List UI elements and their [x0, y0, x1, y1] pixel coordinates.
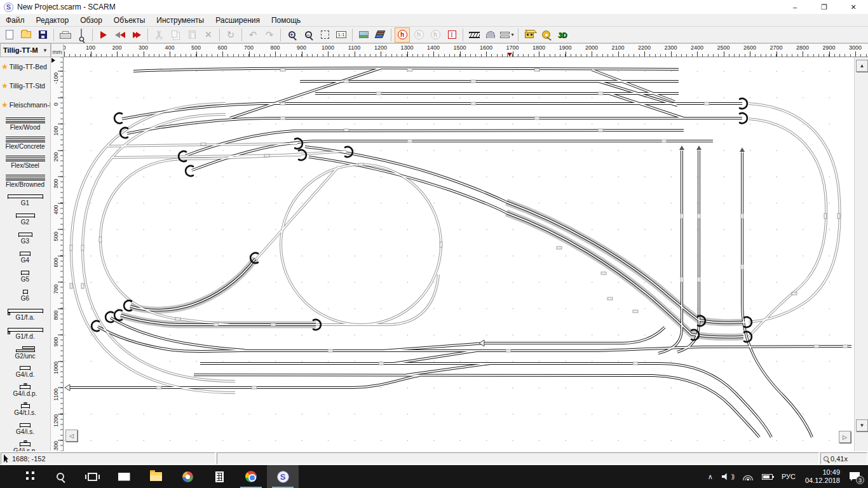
track-item-g1[interactable]: G1 — [0, 191, 50, 210]
track-piece-icon — [6, 175, 45, 180]
scroll-up-button[interactable]: ▲ — [856, 60, 868, 72]
track-item-g4[interactable]: G4 — [0, 248, 50, 267]
heights-button[interactable]: h — [395, 27, 410, 43]
clock[interactable]: 10:49 04.12.2018 — [805, 468, 840, 485]
vertical-ruler: -100010020030040050060070080090010001100… — [51, 57, 64, 451]
menu-1[interactable]: Файл — [0, 15, 31, 26]
bridge-button[interactable] — [466, 27, 482, 43]
track-item-g4-i-s-[interactable]: G4/i.s. — [0, 419, 50, 438]
mail-app-button[interactable] — [108, 465, 140, 488]
cut-button[interactable] — [151, 27, 166, 43]
track-piece-icon — [21, 404, 30, 409]
vertical-scrollbar[interactable]: ▲ ▼ — [854, 57, 868, 451]
track-piece-icon — [6, 137, 45, 142]
measure-button[interactable] — [538, 27, 553, 43]
menu-4[interactable]: Объекты — [108, 15, 151, 26]
rotate-button[interactable]: ↻ — [223, 27, 238, 43]
undo-button[interactable]: ↶ — [245, 27, 261, 43]
chrome-app-button[interactable] — [235, 465, 267, 488]
track-item-g4-t-l-s-[interactable]: G4/t.l.s. — [0, 400, 50, 419]
menu-3[interactable]: Обзор — [74, 15, 108, 26]
scroll-left-button[interactable]: ◁ — [65, 430, 78, 442]
battery-icon[interactable] — [762, 474, 773, 480]
layers-button[interactable] — [372, 27, 388, 43]
library-favorite-item[interactable]: ★Tillig-TT-Bed — [0, 57, 50, 76]
objects-button[interactable] — [522, 27, 537, 43]
track-item-g4-i-d-[interactable]: G4/i.d. — [0, 362, 50, 381]
file-explorer-button[interactable] — [140, 465, 172, 488]
back-button[interactable] — [112, 27, 128, 43]
menu-2[interactable]: Редактор — [31, 15, 75, 26]
library-favorite-item[interactable]: ★Fleischmann-N — [0, 95, 50, 114]
track-item-g2-unc[interactable]: G2/unc — [0, 343, 50, 362]
paint-app-button[interactable] — [172, 465, 203, 488]
scroll-down-button[interactable]: ▼ — [856, 419, 868, 431]
print-button[interactable] — [57, 27, 72, 43]
layout-canvas[interactable]: ◁ ▷ — [64, 57, 854, 451]
surfaces-button[interactable]: ▾ — [499, 27, 515, 43]
track-item-flex-concrete[interactable]: Flex/Concrete — [0, 133, 50, 152]
menu-5[interactable]: Инструменты — [151, 15, 210, 26]
h-ruler-label: 1200 — [374, 44, 387, 51]
menu-6[interactable]: Расширения — [210, 15, 266, 26]
dropdown-arrow-icon[interactable]: ▾ — [511, 32, 513, 37]
track-item-flex-steel[interactable]: Flex/Steel — [0, 152, 50, 172]
background-image-button[interactable] — [356, 27, 371, 43]
maximize-button[interactable]: ❐ — [810, 0, 839, 14]
track-label: G6 — [21, 295, 29, 302]
zoom-1-1-button[interactable]: 1:1 — [334, 27, 349, 43]
library-favorite-item[interactable]: ★Tillig-TT-Std — [0, 76, 50, 95]
track-item-flex-browned[interactable]: Flex/Browned — [0, 172, 50, 191]
toolbar-separator — [92, 29, 93, 41]
track-item-flex-wood[interactable]: Flex/Wood — [0, 114, 50, 133]
delete-button[interactable]: ✕ — [201, 27, 216, 43]
track-item-g1-f-a-[interactable]: G1/f.a. — [0, 305, 50, 324]
track-item-g6[interactable]: G6 — [0, 286, 50, 305]
search-button[interactable] — [44, 465, 76, 488]
redo-button[interactable]: ↷ — [262, 27, 277, 43]
volume-icon[interactable]: )) — [722, 473, 734, 480]
h-ruler-label: 2000 — [585, 44, 598, 51]
start-trains-button[interactable] — [96, 27, 111, 43]
scroll-right-button[interactable]: ▷ — [839, 431, 851, 443]
copy-button[interactable] — [168, 27, 183, 43]
track-item-g4-i-s-p-[interactable]: G4/i.s.p. — [0, 438, 50, 451]
minimize-button[interactable]: – — [780, 0, 810, 14]
zoom-out-button[interactable]: − — [301, 27, 316, 43]
start-button[interactable] — [13, 465, 44, 488]
track-library-selector[interactable]: Tillig-TT-M ▼ — [0, 43, 51, 57]
view-3d-button[interactable]: 3D — [555, 27, 570, 43]
track-item-g5[interactable]: G5 — [0, 267, 50, 286]
new-file-button[interactable] — [2, 27, 17, 43]
track-item-g4-i-d-p-[interactable]: G4/i.d.p. — [0, 381, 50, 400]
ruler-unit-label: mm — [51, 43, 64, 57]
open-file-button[interactable] — [18, 27, 34, 43]
flat-button[interactable]: I — [444, 27, 459, 43]
task-view-button[interactable] — [76, 465, 108, 488]
forward-button[interactable] — [129, 27, 144, 43]
close-button[interactable]: ✕ — [839, 0, 868, 14]
track-item-g1-f-d-[interactable]: G1/f.d. — [0, 324, 50, 343]
favorite-label: Tillig-TT-Bed — [10, 63, 47, 71]
lower-button[interactable]: h — [428, 27, 443, 43]
track-item-g2[interactable]: G2 — [0, 210, 50, 229]
track-label: G1 — [21, 200, 29, 207]
zoom-in-button[interactable]: + — [284, 27, 299, 43]
horizontal-ruler: 0100200300400500600700800900100011001200… — [64, 43, 868, 57]
zoom-fit-button[interactable] — [317, 27, 332, 43]
save-file-button[interactable] — [35, 27, 50, 43]
wifi-icon[interactable] — [743, 473, 753, 480]
h-ruler-label: 2800 — [796, 44, 809, 51]
scarm-app-button[interactable]: S — [267, 465, 299, 488]
menu-7[interactable]: Помощь — [266, 15, 306, 26]
notification-center-button[interactable]: 3 — [850, 472, 860, 481]
raise-button[interactable]: h — [411, 27, 426, 43]
language-indicator[interactable]: РУС — [782, 473, 796, 480]
print-preview-button[interactable] — [74, 27, 89, 43]
track-item-g3[interactable]: G3 — [0, 229, 50, 248]
paste-button[interactable] — [184, 27, 200, 43]
tray-chevron-icon[interactable]: ∧ — [708, 473, 713, 481]
v-ruler-label: 600 — [53, 253, 59, 272]
calculator-app-button[interactable] — [203, 465, 235, 488]
tunnel-button[interactable] — [483, 27, 498, 43]
